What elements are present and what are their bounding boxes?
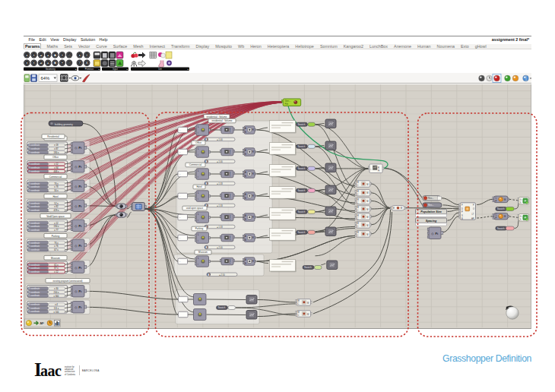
svg-text:aac: aac [40, 362, 62, 379]
svg-text:BARCELONA: BARCELONA [82, 369, 100, 372]
svg-text:of Catalonia: of Catalonia [65, 373, 75, 376]
